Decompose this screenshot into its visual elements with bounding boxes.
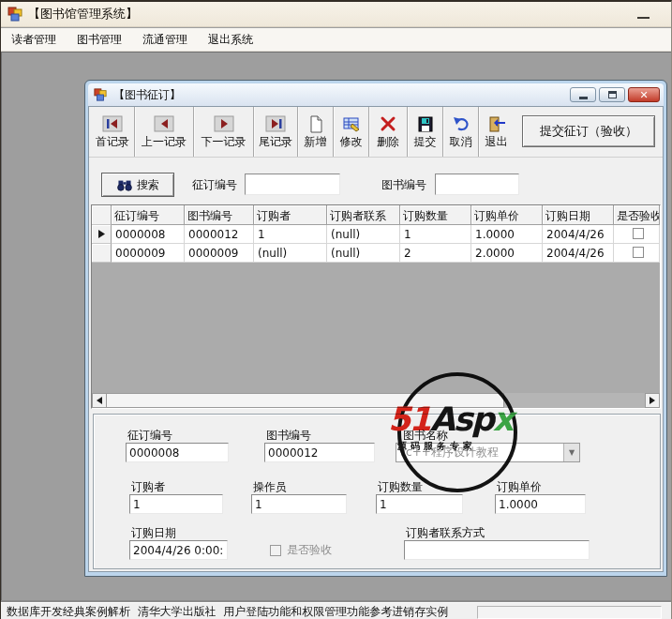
edit-record-button[interactable]: 修改 (334, 107, 369, 157)
scrollbar-track[interactable] (504, 393, 645, 408)
book-name-combobox[interactable]: vc++程序设计教程 ▼ (396, 443, 580, 462)
next-record-icon (214, 115, 234, 133)
cell[interactable]: (null) (327, 225, 400, 244)
table-row[interactable]: 0000008 0000012 1 (null) 1 1.0000 2004/4… (92, 225, 660, 244)
col-header-subscription-no[interactable]: 征订编号 (112, 205, 185, 225)
grid-horizontal-scrollbar[interactable] (92, 393, 660, 408)
child-titlebar[interactable]: 【图书征订】 ✕ (88, 83, 664, 106)
cell[interactable]: 0000009 (185, 244, 254, 263)
first-record-icon (102, 115, 123, 133)
menu-bar: 读者管理 图书管理 流通管理 退出系统 (1, 28, 671, 52)
order-date-field[interactable] (129, 540, 228, 560)
scroll-left-button[interactable] (92, 393, 107, 408)
exit-door-icon (486, 115, 507, 133)
scroll-left-arrow-icon (97, 397, 102, 404)
subscription-no-field[interactable] (126, 443, 229, 462)
cell[interactable]: (null) (254, 244, 327, 263)
record-toolbar: 首记录 上一记录 下一记录 (89, 107, 664, 158)
app-window: 【图书馆管理系统】 读者管理 图书管理 流通管理 退出系统 【图书征订】 ✕ (0, 0, 672, 619)
quantity-field[interactable] (376, 494, 463, 514)
cell[interactable]: (null) (327, 244, 400, 263)
menu-item-exit-system[interactable]: 退出系统 (198, 29, 263, 51)
col-header-orderer-contact[interactable]: 订购者联系 (327, 205, 400, 225)
child-minimize-button[interactable] (570, 87, 596, 102)
orderer-field[interactable] (129, 494, 223, 514)
cell[interactable]: 1 (254, 225, 327, 244)
cell[interactable]: 0000012 (185, 225, 254, 244)
app-icon (7, 7, 22, 22)
status-bar: 数据库开发经典案例解析 清华大学出版社 用户登陆功能和权限管理功能参考进销存实例 (1, 602, 671, 619)
cell[interactable]: 2004/4/26 (543, 225, 614, 244)
row-selector[interactable] (92, 225, 112, 244)
contact-field[interactable] (404, 540, 590, 560)
new-record-icon (306, 115, 326, 133)
col-header-book-no[interactable]: 图书编号 (185, 205, 254, 225)
cell[interactable]: 2.0000 (471, 244, 543, 263)
book-no-label: 图书编号 (266, 428, 311, 444)
accepted-form-label: 是否验收 (287, 542, 332, 558)
subscription-no-label: 征订编号 (127, 428, 172, 444)
cancel-button[interactable]: 取消 (443, 107, 479, 157)
scrollbar-thumb[interactable] (107, 393, 504, 408)
cell-accepted (614, 244, 660, 263)
cell[interactable]: 0000009 (112, 244, 185, 263)
prev-record-icon (154, 115, 174, 133)
cell[interactable]: 2 (400, 244, 471, 263)
save-icon (415, 115, 436, 133)
orderer-label: 订购者 (131, 479, 165, 495)
subscriptions-grid: 征订编号 图书编号 订购者 订购者联系 订购数量 订购单价 订购日期 是否验收 … (91, 204, 661, 409)
chevron-down-icon[interactable]: ▼ (563, 444, 579, 461)
detail-form-panel: 征订编号 图书编号 图书名称 vc++程序设计教程 ▼ 订购者 操作员 订购数量 (93, 414, 661, 569)
col-header-order-date[interactable]: 订购日期 (543, 205, 614, 225)
child-restore-button[interactable] (599, 87, 625, 102)
search-book-no-input[interactable] (435, 174, 519, 195)
child-window-title: 【图书征订】 (113, 87, 181, 103)
child-client-area: 首记录 上一记录 下一记录 (88, 106, 664, 572)
cell[interactable]: 0000008 (112, 225, 185, 244)
order-date-label: 订购日期 (131, 525, 176, 541)
menu-item-circulation-management[interactable]: 流通管理 (132, 29, 198, 51)
child-app-icon (94, 88, 107, 101)
unit-price-field[interactable] (495, 494, 586, 514)
undo-icon (451, 115, 471, 133)
col-header-orderer[interactable]: 订购者 (254, 205, 327, 225)
minimize-button[interactable] (637, 17, 650, 19)
accepted-form-checkbox[interactable] (270, 545, 281, 556)
delete-record-button[interactable]: 删除 (369, 107, 408, 157)
prev-record-button[interactable]: 上一记录 (135, 107, 194, 157)
scroll-right-arrow-icon (650, 397, 655, 404)
new-record-button[interactable]: 新增 (298, 107, 334, 157)
close-icon: ✕ (639, 90, 648, 100)
col-header-accepted[interactable]: 是否验收 (614, 205, 660, 225)
first-record-button[interactable]: 首记录 (91, 107, 135, 157)
menu-item-book-management[interactable]: 图书管理 (67, 29, 132, 51)
table-row[interactable]: 0000009 0000009 (null) (null) 2 2.0000 2… (92, 244, 660, 263)
row-selector[interactable] (92, 244, 112, 263)
exit-button[interactable]: 退出 (479, 107, 514, 157)
accepted-checkbox[interactable] (633, 247, 644, 258)
book-no-field[interactable] (264, 443, 375, 462)
submit-subscription-accept-button[interactable]: 提交征订（验收） (522, 115, 655, 147)
search-subscription-no-label: 征订编号 (192, 177, 237, 193)
next-record-button[interactable]: 下一记录 (194, 107, 254, 157)
grid-corner-cell (92, 205, 112, 225)
menu-item-reader-management[interactable]: 读者管理 (1, 29, 67, 51)
cell[interactable]: 1 (400, 225, 471, 244)
restore-icon (608, 91, 617, 98)
child-close-button[interactable]: ✕ (628, 87, 660, 102)
last-record-button[interactable]: 尾记录 (254, 107, 298, 157)
operator-field[interactable] (251, 494, 347, 514)
grid-header-row: 征订编号 图书编号 订购者 订购者联系 订购数量 订购单价 订购日期 是否验收 (92, 205, 660, 225)
search-binoculars-icon (116, 178, 133, 192)
accepted-checkbox[interactable] (633, 228, 644, 239)
edit-record-icon (341, 115, 362, 133)
search-subscription-no-input[interactable] (245, 174, 340, 195)
col-header-unit-price[interactable]: 订购单价 (471, 205, 543, 225)
cell[interactable]: 1.0000 (471, 225, 543, 244)
col-header-quantity[interactable]: 订购数量 (400, 205, 471, 225)
cell[interactable]: 2004/4/26 (543, 244, 614, 263)
submit-button[interactable]: 提交 (408, 107, 443, 157)
scroll-right-button[interactable] (645, 393, 660, 408)
search-button[interactable]: 搜索 (101, 173, 174, 197)
unit-price-label: 订购单价 (497, 479, 542, 495)
